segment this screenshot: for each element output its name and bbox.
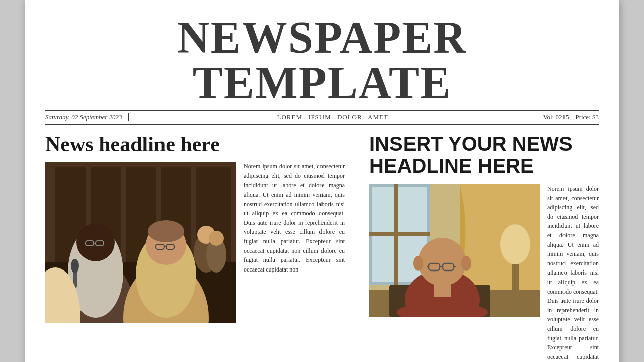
- header-date: Saturday, 02 September 2023: [45, 113, 129, 121]
- right-article-headline: INSERT YOUR NEWS HEADLINE HERE: [369, 133, 599, 177]
- svg-point-23: [148, 220, 184, 242]
- svg-point-34: [500, 224, 530, 264]
- left-article-image: [45, 162, 236, 323]
- svg-point-43: [413, 256, 423, 271]
- content-area: News headline here: [45, 133, 599, 362]
- svg-rect-32: [369, 232, 430, 236]
- header-tagline: LOREM | IPSUM | DOLOR | AMET: [129, 113, 537, 121]
- newspaper-page: NEWSPAPER TEMPLATE Saturday, 02 Septembe…: [25, 0, 619, 362]
- svg-point-44: [461, 256, 471, 271]
- header-price: Price: $3: [575, 113, 599, 121]
- left-article-text: Norem ipsum dolor sit amet, consectetur …: [244, 162, 345, 323]
- header-bar: Saturday, 02 September 2023 LOREM | IPSU…: [45, 110, 599, 125]
- svg-rect-50: [434, 282, 451, 297]
- right-article-image: [369, 184, 540, 317]
- left-article-headline: News headline here: [45, 133, 345, 156]
- right-column: INSERT YOUR NEWS HEADLINE HERE: [357, 133, 599, 362]
- svg-point-42: [418, 238, 466, 286]
- header-vol: Vol: 0215: [543, 113, 569, 121]
- svg-point-11: [209, 231, 224, 246]
- svg-point-19: [71, 259, 79, 273]
- left-article-body: Norem ipsum dolor sit amet, consectetur …: [45, 162, 345, 323]
- left-column: News headline here: [45, 133, 357, 362]
- right-article-text: Norem ipsum dolor sit amet, consectetur …: [547, 184, 599, 362]
- right-article-body: Norem ipsum dolor sit amet, consectetur …: [369, 184, 599, 362]
- header-meta: Vol: 0215 Price: $3: [537, 113, 599, 121]
- masthead-title: NEWSPAPER TEMPLATE: [45, 15, 599, 106]
